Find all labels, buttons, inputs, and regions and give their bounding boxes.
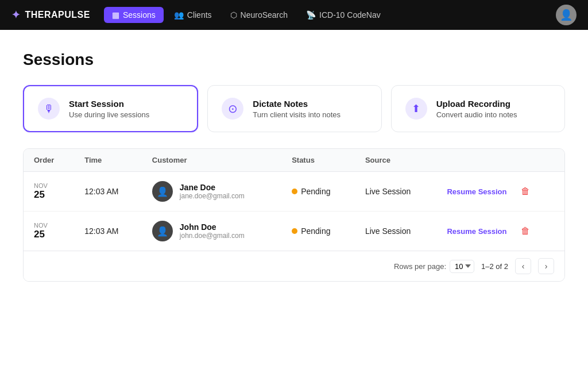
customer-cell: 👤 John Doe john.doe@gmail.com xyxy=(142,212,281,251)
col-time: Time xyxy=(74,149,142,172)
delete-button[interactable]: 🗑 xyxy=(521,186,530,197)
time-cell: 12:03 AM xyxy=(74,212,142,251)
dictate-notes-icon: ⊙ xyxy=(222,98,243,120)
neurosearch-icon: ⬡ xyxy=(230,10,237,20)
nav-tab-clients[interactable]: 👥 Clients xyxy=(166,7,220,23)
status-dot xyxy=(292,189,297,194)
start-session-desc: Use during live sessions xyxy=(69,110,149,119)
order-month: NOV xyxy=(34,182,48,189)
next-page-button[interactable]: › xyxy=(538,258,554,274)
customer-avatar: 👤 xyxy=(152,181,173,202)
col-actions xyxy=(436,149,564,172)
nav-tab-clients-label: Clients xyxy=(187,10,212,20)
delete-button[interactable]: 🗑 xyxy=(521,226,530,236)
order-cell: NOV 25 xyxy=(24,212,74,251)
brand-name: THERAPULSE xyxy=(25,10,90,20)
sessions-icon: ▦ xyxy=(112,10,119,20)
col-source: Source xyxy=(355,149,437,172)
time-cell: 12:03 AM xyxy=(74,172,142,212)
actions-cell: Resume Session 🗑 xyxy=(436,172,564,212)
pagination-bar: Rows per page: 10 25 50 1–2 of 2 ‹ › xyxy=(24,251,564,281)
navbar: ✦ THERAPULSE ▦ Sessions 👥 Clients ⬡ Neur… xyxy=(0,0,588,30)
action-card-upload-recording[interactable]: ⬆ Upload Recording Convert audio into no… xyxy=(391,85,565,132)
dictate-notes-text: Dictate Notes Turn client visits into no… xyxy=(253,99,341,119)
status-badge: Pending xyxy=(301,187,330,196)
dictate-notes-title: Dictate Notes xyxy=(253,99,341,109)
source-cell: Live Session xyxy=(355,212,437,251)
customer-avatar: 👤 xyxy=(152,221,173,241)
col-customer: Customer xyxy=(142,149,281,172)
rows-per-page-select[interactable]: 10 25 50 xyxy=(450,260,474,273)
table-row: NOV 25 12:03 AM 👤 Jane Doe jane.doe@gmai… xyxy=(24,172,564,212)
col-order: Order xyxy=(24,149,74,172)
order-day: 25 xyxy=(34,189,45,201)
brand: ✦ THERAPULSE xyxy=(11,9,90,21)
action-card-dictate-notes[interactable]: ⊙ Dictate Notes Turn client visits into … xyxy=(207,85,381,132)
start-session-text: Start Session Use during live sessions xyxy=(69,99,149,119)
rows-per-page-label: Rows per page: xyxy=(394,262,446,271)
table-header-row: Order Time Customer Status Source xyxy=(24,149,564,172)
status-cell: Pending xyxy=(281,212,355,251)
upload-recording-title: Upload Recording xyxy=(436,99,517,109)
icd10-icon: 📡 xyxy=(306,10,316,20)
nav-tab-sessions[interactable]: ▦ Sessions xyxy=(104,7,164,23)
order-day: 25 xyxy=(34,229,45,240)
main-content: Sessions 🎙 Start Session Use during live… xyxy=(0,30,588,295)
action-cards: 🎙 Start Session Use during live sessions… xyxy=(23,85,565,132)
customer-email: jane.doe@gmail.com xyxy=(180,192,245,200)
clients-icon: 👥 xyxy=(174,10,184,20)
sessions-table: Order Time Customer Status Source NOV 25 xyxy=(23,148,565,282)
dictate-notes-desc: Turn client visits into notes xyxy=(253,110,341,119)
status-badge: Pending xyxy=(301,226,330,236)
brand-icon: ✦ xyxy=(11,9,21,21)
user-avatar[interactable]: 👤 xyxy=(556,5,577,25)
pagination-info: 1–2 of 2 xyxy=(481,262,508,271)
order-cell: NOV 25 xyxy=(24,172,74,212)
status-cell: Pending xyxy=(281,172,355,212)
customer-name: Jane Doe xyxy=(180,183,245,192)
start-session-title: Start Session xyxy=(69,99,149,109)
customer-email: john.doe@gmail.com xyxy=(180,232,245,240)
nav-tab-neurosearch[interactable]: ⬡ NeuroSearch xyxy=(222,7,296,23)
upload-recording-text: Upload Recording Convert audio into note… xyxy=(436,99,517,119)
order-month: NOV xyxy=(34,222,48,229)
status-dot xyxy=(292,228,297,234)
nav-tabs-bar: ▦ Sessions 👥 Clients ⬡ NeuroSearch 📡 ICD… xyxy=(104,7,556,23)
nav-tab-sessions-label: Sessions xyxy=(123,10,156,20)
customer-cell: 👤 Jane Doe jane.doe@gmail.com xyxy=(142,172,281,212)
upload-recording-desc: Convert audio into notes xyxy=(436,110,517,119)
actions-cell: Resume Session 🗑 xyxy=(436,212,564,251)
resume-session-button[interactable]: Resume Session xyxy=(447,187,506,196)
prev-page-button[interactable]: ‹ xyxy=(515,258,531,274)
action-card-start-session[interactable]: 🎙 Start Session Use during live sessions xyxy=(23,85,198,132)
start-session-icon: 🎙 xyxy=(38,98,60,120)
customer-name: John Doe xyxy=(180,222,245,232)
nav-tab-neurosearch-label: NeuroSearch xyxy=(241,10,288,20)
table-row: NOV 25 12:03 AM 👤 John Doe john.doe@gmai… xyxy=(24,212,564,251)
page-title: Sessions xyxy=(23,51,565,69)
col-status: Status xyxy=(281,149,355,172)
rows-per-page: Rows per page: 10 25 50 xyxy=(394,260,474,273)
source-cell: Live Session xyxy=(355,172,437,212)
resume-session-button[interactable]: Resume Session xyxy=(447,227,506,236)
nav-tab-icd10[interactable]: 📡 ICD-10 CodeNav xyxy=(298,7,389,23)
upload-recording-icon: ⬆ xyxy=(405,98,427,120)
nav-tab-icd10-label: ICD-10 CodeNav xyxy=(319,10,381,20)
